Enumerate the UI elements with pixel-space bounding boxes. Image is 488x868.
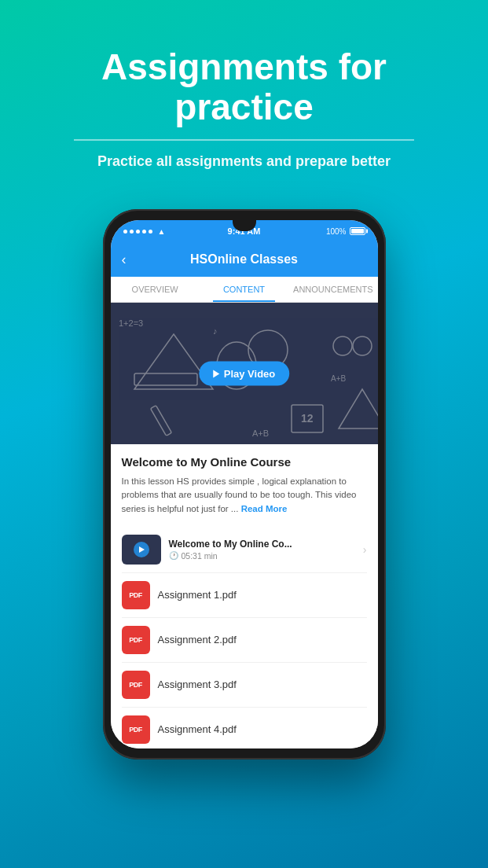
- battery-percent: 100%: [326, 227, 347, 236]
- video-background: 12 1+2=3 A+B ♪ A+B: [111, 303, 378, 444]
- video-item-meta: 🕐 05:31 min: [169, 551, 355, 561]
- battery-fill: [351, 229, 364, 234]
- pdf-icon-2: PDF: [122, 626, 150, 654]
- top-nav: ‹ HSOnline Classes: [111, 242, 378, 277]
- pdf-name-3: Assignment 3.pdf: [158, 679, 237, 690]
- header-divider: [74, 139, 414, 141]
- course-description: In this lesson HS provides simple , logi…: [122, 475, 367, 516]
- signal-dots: [123, 230, 152, 234]
- tab-bar: OVERVIEW CONTENT ANNOUNCEMENTS: [111, 277, 378, 303]
- pdf-icon-4: PDF: [122, 715, 150, 744]
- svg-rect-8: [150, 406, 171, 436]
- video-section: 12 1+2=3 A+B ♪ A+B: [111, 303, 378, 444]
- svg-text:12: 12: [301, 412, 314, 425]
- signal-dot-5: [149, 230, 152, 234]
- tab-content[interactable]: CONTENT: [200, 277, 288, 302]
- signal-dot-4: [142, 230, 146, 234]
- thumb-play-circle: [134, 542, 149, 557]
- play-icon: [213, 370, 219, 377]
- signal-dot-1: [123, 230, 127, 234]
- pdf-item-4[interactable]: PDF Assignment 4.pdf: [122, 708, 367, 748]
- svg-text:A+B: A+B: [331, 374, 347, 383]
- svg-point-6: [333, 337, 352, 355]
- video-list-item[interactable]: Welcome to My Online Co... 🕐 05:31 min ›: [122, 527, 367, 573]
- status-left: ▲: [123, 227, 166, 236]
- battery-icon: [350, 227, 365, 235]
- pdf-name-4: Assignment 4.pdf: [158, 723, 237, 735]
- pdf-item-3[interactable]: PDF Assignment 3.pdf: [122, 663, 367, 708]
- list-chevron-icon: ›: [363, 543, 367, 556]
- svg-text:A+B: A+B: [252, 428, 269, 438]
- nav-title: HSOnline Classes: [190, 252, 298, 267]
- thumb-play-icon: [139, 546, 145, 553]
- wifi-icon: ▲: [158, 227, 166, 236]
- phone-screen: ▲ 9:41 AM 100% ‹ HSOnline Classes OVERVI…: [111, 220, 378, 748]
- video-item-info: Welcome to My Online Co... 🕐 05:31 min: [169, 539, 355, 561]
- course-title: Welcome to My Online Course: [122, 455, 367, 469]
- subtitle: Practice all assignments and prepare bet…: [31, 153, 457, 170]
- signal-dot-3: [136, 230, 140, 234]
- clock-icon: 🕐: [169, 551, 178, 560]
- video-thumbnail: [122, 535, 161, 565]
- pdf-name-2: Assignment 2.pdf: [158, 634, 237, 645]
- pdf-icon-1: PDF: [122, 581, 150, 609]
- read-more-link[interactable]: Read More: [241, 504, 288, 513]
- main-title: Assignments for practice: [31, 47, 457, 127]
- pdf-name-1: Assignment 1.pdf: [158, 589, 237, 601]
- video-duration: 05:31 min: [182, 551, 218, 561]
- phone-mockup: ▲ 9:41 AM 100% ‹ HSOnline Classes OVERVI…: [103, 209, 386, 760]
- tab-announcements[interactable]: ANNOUNCEMENTS: [288, 277, 377, 302]
- svg-marker-9: [339, 389, 378, 428]
- back-button[interactable]: ‹: [122, 252, 127, 268]
- content-area: Welcome to My Online Course In this less…: [111, 444, 378, 748]
- pdf-icon-3: PDF: [122, 671, 150, 699]
- pdf-item-1[interactable]: PDF Assignment 1.pdf: [122, 573, 367, 618]
- play-button-label: Play Video: [224, 368, 276, 380]
- svg-text:1+2=3: 1+2=3: [119, 318, 143, 328]
- tab-overview[interactable]: OVERVIEW: [111, 277, 200, 302]
- svg-point-7: [353, 337, 372, 355]
- play-video-button[interactable]: Play Video: [199, 362, 290, 386]
- pdf-item-2[interactable]: PDF Assignment 2.pdf: [122, 618, 367, 663]
- svg-text:♪: ♪: [213, 326, 218, 336]
- status-right: 100%: [326, 227, 365, 236]
- video-item-title: Welcome to My Online Co...: [169, 539, 355, 550]
- header-section: Assignments for practice Practice all as…: [0, 0, 488, 186]
- signal-dot-2: [130, 230, 134, 234]
